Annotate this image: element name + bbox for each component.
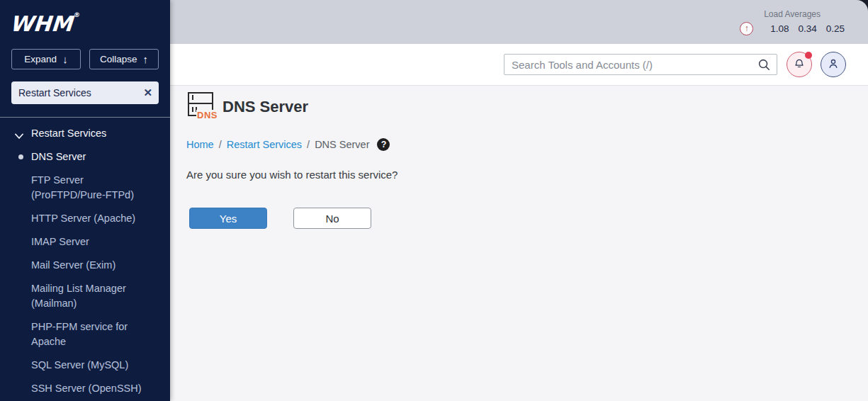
load-value-5min: 0.34 [798, 23, 816, 34]
sidebar-item-dns-server[interactable]: DNS Server [0, 149, 170, 164]
sidebar-divider [0, 117, 170, 118]
breadcrumb-separator: / [307, 139, 310, 150]
confirm-buttons: Yes No [189, 208, 854, 229]
breadcrumb: Home / Restart Services / DNS Server ? [186, 138, 854, 151]
content: DNS DNS Server Home / Restart Services /… [170, 86, 868, 401]
chevron-down-icon [15, 129, 23, 143]
load-arrow-icon: ↑ [740, 22, 753, 35]
load-value-1min: 1.08 [770, 23, 789, 34]
topbar: Load Averages ↑ 1.08 0.34 0.25 [170, 0, 868, 44]
sidebar-item-sql-server[interactable]: SQL Server (MySQL) [31, 358, 156, 373]
whm-logo[interactable]: WHM® [9, 11, 81, 36]
sidebar-controls: Expand ↓ Collapse ↑ [11, 49, 159, 69]
user-icon [826, 57, 840, 73]
yes-button[interactable]: Yes [189, 208, 267, 229]
load-averages: Load Averages ↑ 1.08 0.34 0.25 [740, 9, 845, 35]
breadcrumb-restart-services[interactable]: Restart Services [227, 139, 302, 150]
expand-button[interactable]: Expand ↓ [11, 49, 81, 69]
load-value-15min: 0.25 [826, 23, 845, 34]
whm-logo-reg: ® [74, 11, 81, 18]
header-search [504, 54, 777, 75]
page-title: DNS Server [222, 98, 308, 116]
active-bullet-icon [18, 154, 23, 159]
arrow-up-icon: ↑ [143, 54, 149, 64]
sidebar-item-list: FTP Server (ProFTPD/Pure-FTPd) HTTP Serv… [0, 173, 170, 396]
dns-icon-label: DNS [196, 110, 218, 121]
sidebar-filter-input[interactable] [11, 81, 159, 104]
sidebar-item-http-server[interactable]: HTTP Server (Apache) [31, 211, 156, 226]
arrow-down-icon: ↓ [62, 54, 68, 64]
sidebar-filter: ✕ [11, 81, 159, 104]
search-icon[interactable] [757, 57, 771, 74]
header [170, 44, 868, 86]
load-averages-values: ↑ 1.08 0.34 0.25 [740, 22, 845, 35]
whm-app: WHM® Expand ↓ Collapse ↑ ✕ Restart Servi… [0, 0, 868, 401]
dns-icon-tick [192, 107, 193, 112]
breadcrumb-home[interactable]: Home [186, 139, 214, 150]
sidebar-nav: Restart Services DNS Server FTP Server (… [0, 126, 170, 396]
sidebar-item-ssh-server[interactable]: SSH Server (OpenSSH) [31, 381, 156, 396]
search-input[interactable] [504, 54, 777, 75]
dns-icon-tick [192, 95, 193, 100]
collapse-button[interactable]: Collapse ↑ [89, 49, 159, 69]
page-title-row: DNS DNS Server [186, 91, 854, 123]
bell-icon [793, 57, 806, 72]
sidebar-item-mail-server[interactable]: Mail Server (Exim) [31, 258, 156, 273]
notification-dot [805, 52, 812, 59]
notifications-button[interactable] [787, 52, 812, 77]
dns-server-icon: DNS [186, 91, 216, 123]
help-icon[interactable]: ? [377, 138, 390, 151]
nav-group-label: Restart Services [31, 128, 106, 139]
user-menu-button[interactable] [821, 52, 846, 77]
confirm-question: Are you sure you wish to restart this se… [186, 169, 854, 181]
load-averages-label: Load Averages [764, 9, 821, 19]
expand-label: Expand [24, 54, 57, 64]
sidebar-item-imap-server[interactable]: IMAP Server [31, 235, 156, 249]
collapse-label: Collapse [100, 54, 137, 64]
sidebar: WHM® Expand ↓ Collapse ↑ ✕ Restart Servi… [0, 0, 170, 401]
whm-logo-text: WHM [9, 11, 74, 36]
breadcrumb-current: DNS Server [315, 139, 369, 150]
sidebar-item-ftp-server[interactable]: FTP Server (ProFTPD/Pure-FTPd) [31, 173, 156, 203]
sidebar-group-restart-services[interactable]: Restart Services [0, 126, 170, 140]
breadcrumb-separator: / [219, 139, 222, 150]
sidebar-item-mailing-list-manager[interactable]: Mailing List Manager (Mailman) [31, 281, 156, 311]
clear-filter-icon[interactable]: ✕ [143, 86, 152, 100]
nav-active-label: DNS Server [31, 151, 86, 162]
main-column: Load Averages ↑ 1.08 0.34 0.25 [170, 0, 868, 401]
sidebar-item-php-fpm[interactable]: PHP-FPM service for Apache [31, 320, 156, 349]
no-button[interactable]: No [293, 208, 371, 229]
